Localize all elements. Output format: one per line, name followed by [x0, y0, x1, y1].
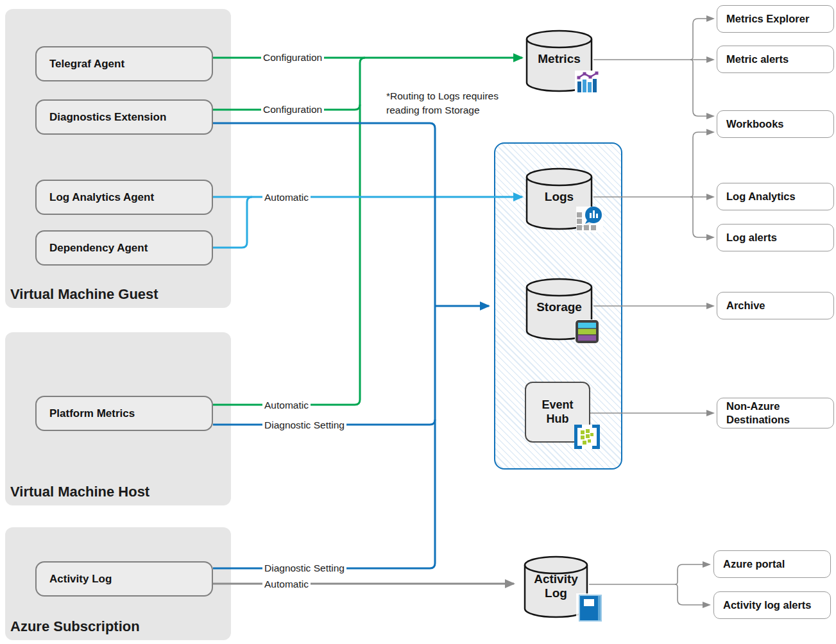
store-event-hub-label: Event Hub — [537, 398, 578, 426]
edge-label-activity-log-diagnostic: Diagnostic Setting — [262, 562, 346, 574]
edge-label-telegraf-configuration: Configuration — [261, 51, 324, 64]
group-azure-subscription: Activity Log Azure Subscription — [5, 527, 231, 640]
dest-metric-alerts: Metric alerts — [717, 46, 834, 73]
edge-label-activity-log-automatic: Automatic — [262, 578, 311, 590]
dest-log-alerts: Log alerts — [717, 224, 834, 251]
group-label-vm-host: Virtual Machine Host — [10, 484, 149, 500]
node-dependency-agent: Dependency Agent — [35, 230, 213, 266]
group-vm-guest: Telegraf Agent Diagnostics Extension Log… — [5, 9, 231, 308]
dest-activity-log-alerts: Activity log alerts — [713, 591, 831, 619]
event-hub-icon — [574, 425, 600, 449]
dest-metrics-explorer: Metrics Explorer — [717, 5, 834, 33]
dest-workbooks: Workbooks — [717, 110, 834, 138]
dest-non-azure-destinations-label: Non-Azure Destinations — [726, 400, 803, 426]
edge-label-diagnostics-configuration: Configuration — [261, 103, 324, 115]
dest-azure-portal: Azure portal — [713, 550, 831, 578]
store-activity-log-label: Activity Log — [533, 572, 579, 600]
bar-chart-trend-icon — [575, 71, 601, 95]
storage-stack-icon — [575, 319, 599, 344]
edge-label-platform-metrics-diagnostic: Diagnostic Setting — [262, 419, 346, 431]
node-platform-metrics: Platform Metrics — [35, 396, 213, 431]
dest-non-azure-destinations: Non-Azure Destinations — [717, 398, 834, 428]
azure-monitor-diagram: Telegraf Agent Diagnostics Extension Log… — [0, 0, 836, 644]
node-log-analytics-agent: Log Analytics Agent — [35, 180, 213, 215]
group-label-vm-guest: Virtual Machine Guest — [10, 286, 158, 303]
group-label-azure-subscription: Azure Subscription — [10, 618, 140, 635]
edge-label-log-analytics-automatic: Automatic — [262, 191, 311, 203]
routing-note-line2: reading from Storage — [386, 103, 499, 117]
group-vm-host: Platform Metrics Virtual Machine Host — [5, 332, 231, 505]
logs-bubble-chart-icon — [576, 207, 603, 232]
activity-log-book-icon — [576, 593, 604, 624]
routing-note: *Routing to Logs requires reading from S… — [386, 89, 499, 118]
dest-log-analytics: Log Analytics — [717, 183, 834, 210]
node-activity-log-source: Activity Log — [35, 561, 213, 597]
dest-archive: Archive — [717, 292, 834, 319]
edge-label-platform-metrics-automatic: Automatic — [262, 399, 311, 411]
node-telegraf-agent: Telegraf Agent — [35, 46, 213, 81]
node-diagnostics-extension: Diagnostics Extension — [35, 99, 213, 135]
routing-note-line1: *Routing to Logs requires — [386, 89, 499, 103]
